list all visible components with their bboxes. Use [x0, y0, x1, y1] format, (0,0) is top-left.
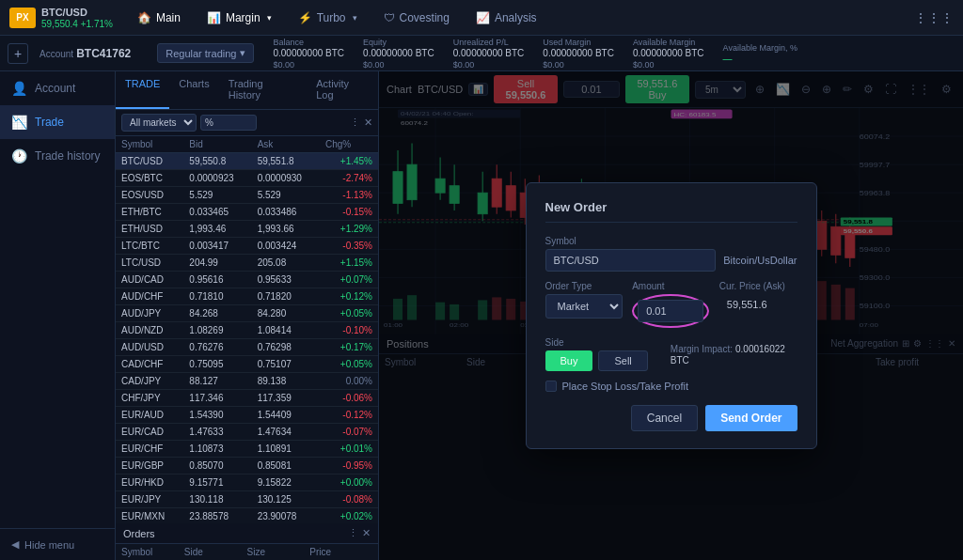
market-ask: 205.08 [258, 257, 325, 268]
amount-input[interactable] [638, 300, 703, 322]
add-account-button[interactable]: + [8, 43, 28, 64]
home-icon: 🏠 [137, 11, 151, 24]
market-symbol: EUR/JPY [121, 494, 189, 505]
tab-activity-log[interactable]: Activity Log [307, 71, 378, 109]
market-row[interactable]: EOS/BTC 0.0000923 0.0000930 -2.74% [116, 170, 378, 187]
market-symbol: BTC/USD [121, 156, 189, 166]
market-row[interactable]: EUR/CAD 1.47633 1.47634 -0.07% [116, 424, 378, 441]
logo-area: PX BTC/USD 59,550.4 +1.71% [9, 7, 113, 29]
cur-price-group: Cur. Price (Ask) 59,551.6 [719, 281, 797, 328]
markets-filter-select[interactable]: All markets [121, 114, 197, 132]
market-ask: 0.71820 [258, 291, 325, 302]
market-symbol: EUR/GBP [121, 460, 189, 471]
orders-panel: Orders ⋮ ✕ Symbol Side Size Price [116, 523, 379, 560]
history-icon: 🕐 [11, 148, 27, 163]
market-bid: 0.71810 [189, 291, 257, 302]
market-change: -0.10% [325, 325, 372, 335]
stat-used-margin: Used Margin 0.00000000 BTC $0.00 [543, 38, 614, 70]
cancel-button[interactable]: Cancel [631, 405, 698, 431]
market-change: -0.15% [325, 207, 372, 217]
tab-charts[interactable]: Charts [169, 71, 218, 109]
market-row[interactable]: AUD/NZD 1.08269 1.08414 -0.10% [116, 322, 378, 339]
market-row[interactable]: LTC/USD 204.99 205.08 +1.15% [116, 255, 378, 272]
market-ask: 89.138 [258, 376, 325, 386]
order-type-select[interactable]: Market Limit Stop [545, 294, 624, 319]
market-bid: 0.85070 [189, 460, 257, 471]
market-row[interactable]: ETH/BTC 0.033465 0.033486 -0.15% [116, 204, 378, 221]
nav-main[interactable]: 🏠 Main [126, 8, 192, 28]
stop-loss-checkbox[interactable] [545, 381, 557, 392]
settings-icon[interactable]: ⋮ [350, 117, 360, 129]
market-row[interactable]: BTC/USD 59,550.8 59,551.8 +1.45% [116, 153, 378, 170]
orders-header: Orders ⋮ ✕ [116, 523, 378, 544]
market-row[interactable]: LTC/BTC 0.003417 0.003424 -0.35% [116, 238, 378, 255]
sidebar-item-account[interactable]: 👤 Account [0, 71, 115, 105]
symbol-label: Symbol [545, 236, 797, 246]
market-ask: 0.75107 [258, 359, 325, 369]
market-bid: 1.54390 [189, 410, 257, 420]
orders-settings-icon[interactable]: ⋮ [348, 527, 358, 539]
sell-side-button[interactable]: Sell [598, 350, 647, 371]
market-row[interactable]: AUD/USD 0.76276 0.76298 +0.17% [116, 339, 378, 356]
market-row[interactable]: EUR/HKD 9.15771 9.15822 +0.00% [116, 474, 378, 491]
market-row[interactable]: AUD/JPY 84.268 84.280 +0.05% [116, 305, 378, 322]
stats-group: Balance 0.00000000 BTC $0.00 Equity 0.00… [273, 38, 797, 70]
nav-analysis[interactable]: 📈 Analysis [465, 8, 548, 28]
market-row[interactable]: CHF/JPY 117.346 117.359 -0.06% [116, 390, 378, 407]
market-symbol: EOS/BTC [121, 173, 189, 183]
markets-search-input[interactable] [200, 115, 257, 131]
market-row[interactable]: EOS/USD 5.529 5.529 -1.13% [116, 187, 378, 204]
market-bid: 84.268 [189, 308, 257, 319]
market-bid: 0.033465 [189, 207, 257, 217]
market-ask: 1,993.66 [258, 224, 325, 234]
new-order-modal: New Order Symbol Bitcoin/UsDollar Order … [526, 182, 817, 449]
chevron-down-icon-2: ▾ [353, 13, 357, 23]
market-row[interactable]: CAD/JPY 88.127 89.138 0.00% [116, 373, 378, 390]
market-row[interactable]: EUR/AUD 1.54390 1.54409 -0.12% [116, 407, 378, 424]
send-order-button[interactable]: Send Order [705, 405, 797, 431]
hamburger-icon[interactable]: ⋮⋮⋮ [914, 10, 954, 25]
market-ask: 117.359 [258, 393, 325, 403]
buy-side-button[interactable]: Buy [545, 350, 593, 371]
trading-mode-select[interactable]: Regular trading ▾ [157, 43, 254, 63]
nav-turbo[interactable]: ⚡ Turbo ▾ [287, 8, 369, 28]
market-row[interactable]: CAD/CHF 0.75095 0.75107 +0.05% [116, 356, 378, 373]
sidebar-item-trade-history[interactable]: 🕐 Trade history [0, 139, 115, 173]
market-row[interactable]: ETH/USD 1,993.46 1,993.66 +1.29% [116, 221, 378, 238]
market-bid: 0.75095 [189, 359, 257, 369]
market-bid: 204.99 [189, 257, 257, 268]
sidebar-item-trade[interactable]: 📉 Trade [0, 105, 115, 139]
hide-menu-button[interactable]: ◀ Hide menu [0, 529, 115, 560]
ticker-symbol: BTC/USD [41, 7, 87, 18]
market-row[interactable]: EUR/GBP 0.85070 0.85081 -0.95% [116, 458, 378, 474]
market-row[interactable]: EUR/JPY 130.118 130.125 -0.08% [116, 491, 378, 508]
market-symbol: AUD/NZD [121, 325, 189, 335]
close-icon[interactable]: ✕ [364, 117, 372, 129]
modal-overlay: New Order Symbol Bitcoin/UsDollar Order … [379, 71, 963, 560]
stop-loss-label[interactable]: Place Stop Loss/Take Profit [562, 381, 689, 392]
nav-covesting[interactable]: 🛡 Covesting [372, 8, 461, 28]
market-row[interactable]: AUD/CHF 0.71810 0.71820 +0.12% [116, 288, 378, 305]
market-row[interactable]: AUD/CAD 0.95616 0.95633 +0.07% [116, 272, 378, 288]
market-bid: 1.47633 [189, 427, 257, 437]
order-type-group: Order Type Market Limit Stop [545, 281, 624, 328]
tab-trade[interactable]: TRADE [116, 71, 169, 109]
market-bid: 130.118 [189, 494, 257, 505]
orders-close-icon[interactable]: ✕ [362, 527, 371, 539]
market-row[interactable]: EUR/MXN 23.88578 23.90078 +0.02% [116, 508, 378, 523]
logo-icon: PX [9, 8, 36, 28]
account-id: BTC41762 [76, 47, 131, 60]
market-ask: 130.125 [258, 494, 325, 505]
market-change: -0.12% [325, 410, 372, 420]
market-row[interactable]: EUR/CHF 1.10873 1.10891 +0.01% [116, 441, 378, 458]
stat-available-margin-pct: Available Margin, % — [723, 43, 797, 64]
market-symbol: ETH/USD [121, 224, 189, 234]
market-bid: 0.0000923 [189, 173, 257, 183]
tab-trading-history[interactable]: Trading History [219, 71, 308, 109]
market-ask: 1.47634 [258, 427, 325, 437]
nav-margin[interactable]: 📊 Margin ▾ [196, 8, 283, 28]
markets-col-header: Symbol Bid Ask Chg% [116, 136, 378, 153]
analysis-icon: 📈 [476, 11, 490, 24]
market-ask: 0.003424 [258, 241, 325, 251]
symbol-input[interactable] [545, 249, 717, 272]
